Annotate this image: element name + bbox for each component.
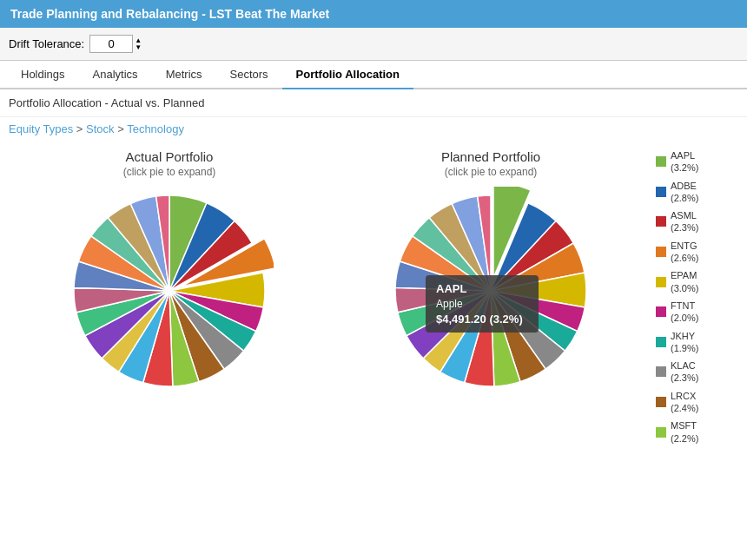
tab-portfolio-allocation[interactable]: Portfolio Allocation (282, 61, 413, 89)
legend-label: FTNT(2.0%) (671, 300, 698, 325)
title-text: Trade Planning and Rebalancing - LST Bea… (10, 7, 329, 21)
toolbar: Drift Tolerance: ▲ ▼ (0, 28, 747, 61)
main-content: Actual Portfolio (click pie to expand) P… (0, 141, 747, 458)
legend-color-swatch (656, 156, 666, 167)
tab-analytics[interactable]: Analytics (79, 61, 152, 89)
breadcrumb-equity-types[interactable]: Equity Types (9, 122, 73, 135)
legend-item: ENTG(2.6%) (656, 240, 738, 265)
breadcrumb-technology[interactable]: Technology (127, 122, 184, 135)
legend-label: MSFT(2.2%) (671, 419, 698, 445)
page-subtitle: Portfolio Allocation - Actual vs. Planne… (0, 89, 747, 117)
legend-color-swatch (656, 216, 666, 227)
legend-label: JKHY(1.9%) (671, 330, 698, 355)
actual-chart-title: Actual Portfolio (126, 149, 214, 164)
legend-label: ENTG(2.6%) (671, 240, 698, 265)
drift-tolerance-input[interactable] (89, 35, 133, 53)
drift-tolerance-label: Drift Tolerance: (9, 37, 84, 50)
planned-chart-title: Planned Portfolio (441, 149, 540, 164)
legend-color-swatch (656, 397, 666, 407)
legend-label: KLAC(2.3%) (671, 359, 698, 385)
planned-chart-subtitle: (click pie to expand) (445, 166, 538, 178)
tab-metrics[interactable]: Metrics (152, 61, 216, 89)
planned-chart-section: Planned Portfolio (click pie to expand) (343, 149, 638, 450)
legend-label: LRCX(2.4%) (671, 390, 698, 415)
charts-area: Actual Portfolio (click pie to expand) P… (9, 149, 651, 450)
legend-color-swatch (656, 187, 666, 197)
legend-item: ASML(2.3%) (656, 209, 738, 234)
legend-item: FTNT(2.0%) (656, 300, 738, 325)
drift-spinner[interactable]: ▲ ▼ (135, 37, 142, 51)
planned-pie-svg[interactable] (387, 187, 595, 395)
legend-color-swatch (656, 277, 666, 287)
legend-color-swatch (656, 247, 666, 257)
legend-label: AAPL(3.2%) (671, 149, 698, 175)
actual-chart-subtitle: (click pie to expand) (123, 166, 216, 178)
legend-item: ADBE(2.8%) (656, 180, 738, 205)
legend-label: ADBE(2.8%) (671, 180, 698, 205)
title-bar: Trade Planning and Rebalancing - LST Bea… (0, 0, 747, 28)
breadcrumb-sep2: > (117, 122, 127, 135)
tabs: HoldingsAnalyticsMetricsSectorsPortfolio… (0, 61, 747, 89)
legend-color-swatch (656, 306, 666, 317)
legend-color-swatch (656, 427, 666, 438)
tab-sectors[interactable]: Sectors (216, 61, 282, 89)
breadcrumb: Equity Types > Stock > Technology (0, 117, 747, 141)
breadcrumb-stock[interactable]: Stock (86, 122, 115, 135)
breadcrumb-sep1: > (76, 122, 86, 135)
planned-pie[interactable] (387, 187, 595, 395)
legend-item: EPAM(3.0%) (656, 269, 738, 294)
legend-label: EPAM(3.0%) (671, 269, 698, 294)
legend-item: MSFT(2.2%) (656, 419, 738, 445)
legend: AAPL(3.2%) ADBE(2.8%) ASML(2.3%) ENTG(2.… (651, 149, 738, 450)
legend-item: KLAC(2.3%) (656, 359, 738, 385)
legend-item: AAPL(3.2%) (656, 149, 738, 175)
legend-label: ASML(2.3%) (671, 209, 698, 234)
actual-chart-section: Actual Portfolio (click pie to expand) (22, 149, 317, 450)
actual-pie-svg[interactable] (65, 187, 274, 395)
tab-holdings[interactable]: Holdings (7, 61, 79, 89)
legend-color-swatch (656, 337, 666, 347)
legend-item: JKHY(1.9%) (656, 330, 738, 355)
legend-color-swatch (656, 366, 666, 377)
legend-item: LRCX(2.4%) (656, 390, 738, 415)
actual-pie[interactable] (65, 187, 274, 395)
